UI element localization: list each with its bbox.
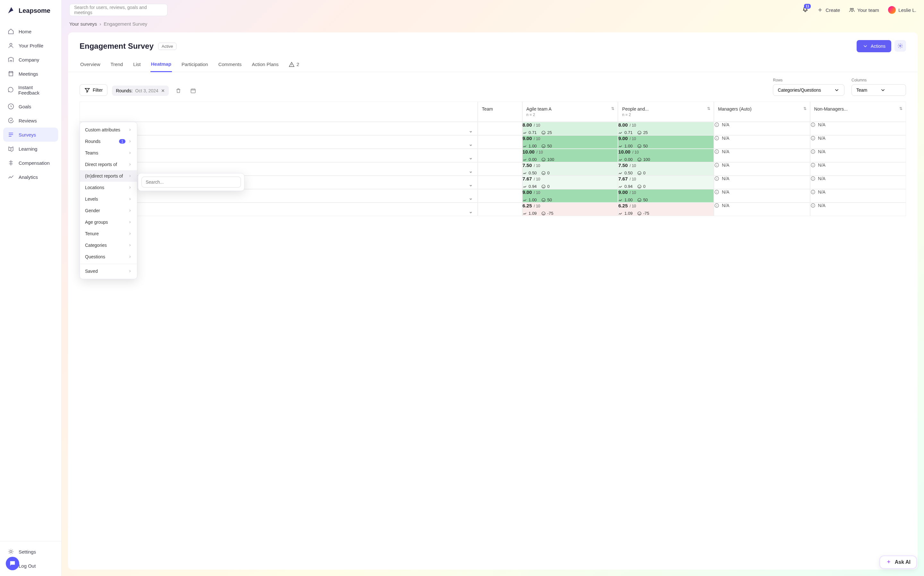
column-header[interactable]: People and...n = 2⇅: [618, 102, 714, 122]
chevron-down-icon: ⌄: [469, 155, 473, 161]
tab-action-plans[interactable]: Action Plans: [251, 58, 279, 72]
actions-button[interactable]: Actions: [857, 40, 891, 52]
category-row[interactable]: ⌄: [80, 122, 478, 135]
sort-icon[interactable]: ⇅: [611, 106, 614, 111]
score-cell[interactable]: 7.50/ 100.500: [522, 162, 618, 176]
settings-button[interactable]: [895, 40, 906, 51]
sidebar-item-meetings[interactable]: Meetings: [3, 67, 58, 81]
global-search-input[interactable]: Search for users, reviews, goals and mee…: [69, 4, 167, 16]
filter-search-input[interactable]: [141, 177, 241, 187]
nav-icon: [8, 117, 14, 124]
filter-option-gender[interactable]: Gender: [80, 205, 137, 216]
category-row[interactable]: Reward2 Questions⌄: [80, 203, 478, 216]
rows-select[interactable]: Categories/Questions: [773, 84, 844, 96]
filter-option-levels[interactable]: Levels: [80, 193, 137, 205]
filter-option-questions[interactable]: Questions: [80, 251, 137, 262]
column-header[interactable]: Agile team An = 2⇅: [522, 102, 618, 122]
column-header[interactable]: Team: [478, 102, 522, 122]
score-cell[interactable]: 9.00/ 101.0050: [522, 135, 618, 149]
sort-icon[interactable]: ⇅: [804, 106, 807, 111]
column-header[interactable]: Managers (Auto)⇅: [714, 102, 810, 122]
smile-icon: [541, 171, 546, 175]
chip-value: Oct 3, 2024: [135, 88, 158, 93]
sidebar-item-learning[interactable]: Learning: [3, 142, 58, 156]
score-cell[interactable]: 6.25/ 101.09-75: [618, 203, 714, 216]
score-cell[interactable]: 9.00/ 101.0050: [618, 135, 714, 149]
notifications-button[interactable]: 11: [802, 6, 808, 13]
delete-filters-button[interactable]: [173, 86, 183, 96]
filter-option-label: Age groups: [85, 219, 108, 225]
sidebar-item-reviews[interactable]: Reviews: [3, 114, 58, 128]
filter-button[interactable]: Filter: [80, 84, 107, 96]
category-row[interactable]: ⌄: [80, 149, 478, 162]
tab-participation[interactable]: Participation: [181, 58, 209, 72]
chevron-right-icon: [128, 186, 132, 189]
sidebar-item-goals[interactable]: Goals: [3, 99, 58, 114]
sort-icon[interactable]: ⇅: [707, 106, 710, 111]
chevron-right-icon: [128, 220, 132, 224]
category-row[interactable]: ⌄: [80, 135, 478, 149]
sort-icon[interactable]: ⇅: [899, 106, 903, 111]
sidebar-item-home[interactable]: Home: [3, 24, 58, 38]
filter-option-direct-reports-of[interactable]: Direct reports of: [80, 158, 137, 170]
filter-chip-rounds[interactable]: Rounds: Oct 3, 2024 ✕: [112, 86, 169, 96]
sidebar-item-company[interactable]: Company: [3, 53, 58, 67]
sidebar-item-analytics[interactable]: Analytics: [3, 170, 58, 184]
score-cell[interactable]: 7.67/ 100.940: [522, 176, 618, 189]
filter-option-locations[interactable]: Locations: [80, 182, 137, 193]
score-cell[interactable]: 10.00/ 100.00100: [618, 149, 714, 162]
tab-list[interactable]: List: [133, 58, 141, 72]
nav-main: HomeYour ProfileCompanyMeetingsInstant F…: [0, 21, 61, 541]
filter-option-label: Levels: [85, 197, 98, 202]
score-cell[interactable]: 9.00/ 101.0050: [618, 189, 714, 203]
chevron-down-icon: ⌄: [469, 195, 473, 201]
svg-point-16: [542, 171, 545, 175]
smile-icon: [541, 157, 546, 162]
chevron-down-icon: ⌄: [469, 128, 473, 134]
sidebar-item-compensation[interactable]: Compensation: [3, 156, 58, 170]
sidebar-item-instant-feedback[interactable]: Instant Feedback: [3, 81, 58, 99]
sidebar-item-your-profile[interactable]: Your Profile: [3, 38, 58, 53]
filter-option-rounds[interactable]: Rounds1: [80, 136, 137, 147]
score-cell[interactable]: 8.00/ 100.7125: [522, 122, 618, 135]
smile-icon: [637, 184, 642, 189]
score-cell[interactable]: 6.25/ 101.09-75: [522, 203, 618, 216]
score-cell[interactable]: 9.00/ 101.0050: [522, 189, 618, 203]
chip-remove-icon[interactable]: ✕: [161, 88, 165, 93]
your-team-button[interactable]: Your team: [849, 7, 879, 13]
warning-icon: [289, 62, 295, 67]
filter-option-custom-attributes[interactable]: Custom attributes: [80, 124, 137, 136]
score-cell[interactable]: 7.67/ 100.940: [618, 176, 714, 189]
tab-overview[interactable]: Overview: [80, 58, 101, 72]
score-cell[interactable]: 10.00/ 100.00100: [522, 149, 618, 162]
ask-ai-button[interactable]: Ask AI: [879, 555, 917, 569]
filter-option-saved[interactable]: Saved: [80, 266, 137, 277]
filter-option-teams[interactable]: Teams: [80, 147, 137, 158]
gear-icon: [897, 43, 903, 49]
nav-label: Reviews: [19, 118, 37, 123]
create-button[interactable]: Create: [817, 7, 840, 13]
tab-heatmap[interactable]: Heatmap: [151, 58, 172, 72]
filter-option-badge: 1: [119, 139, 125, 144]
intercom-fab[interactable]: [6, 557, 19, 570]
date-button[interactable]: [188, 86, 198, 96]
column-header[interactable]: Non-Managers...⇅: [810, 102, 906, 122]
filter-option-label: Gender: [85, 208, 100, 213]
cols-select[interactable]: Team: [852, 84, 906, 96]
tab-comments[interactable]: Comments: [218, 58, 242, 72]
filter-option--in-direct-reports-of[interactable]: (In)direct reports of: [80, 170, 137, 182]
filter-option-tenure[interactable]: Tenure: [80, 228, 137, 240]
score-cell[interactable]: 8.00/ 100.7125: [618, 122, 714, 135]
tab-trend[interactable]: Trend: [110, 58, 124, 72]
filter-option-categories[interactable]: Categories: [80, 240, 137, 251]
svg-point-24: [542, 198, 545, 202]
chevron-right-icon: [128, 209, 132, 213]
sidebar-item-surveys[interactable]: Surveys: [3, 128, 58, 142]
crumb-surveys[interactable]: Your surveys: [69, 21, 97, 27]
category-row[interactable]: ⌄: [80, 189, 478, 203]
tab-alerts[interactable]: 2: [288, 58, 300, 72]
filter-option-label: (In)direct reports of: [85, 173, 123, 179]
filter-option-age-groups[interactable]: Age groups: [80, 216, 137, 228]
score-cell[interactable]: 7.50/ 100.500: [618, 162, 714, 176]
user-menu[interactable]: Leslie L.: [888, 6, 916, 14]
